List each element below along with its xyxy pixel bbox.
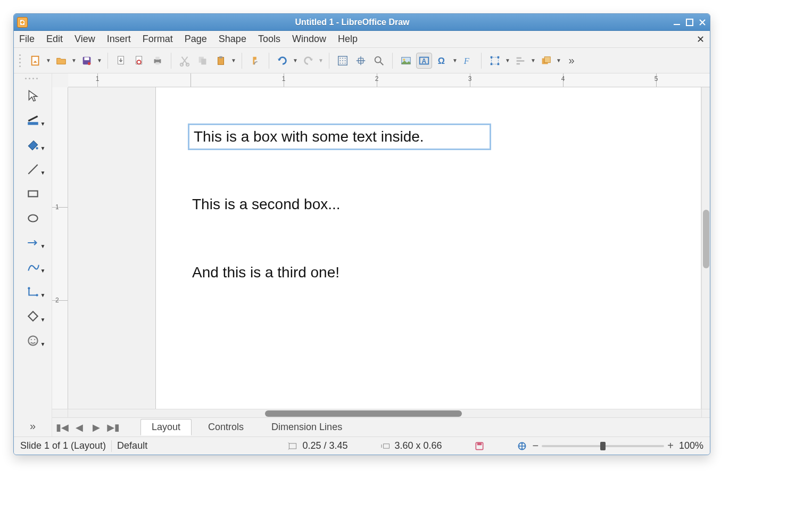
zoom-out-icon[interactable]: − — [533, 440, 539, 452]
fill-color-tool-icon[interactable]: ▼ — [19, 135, 47, 154]
special-character-icon[interactable]: Ω — [434, 53, 450, 69]
insert-image-icon[interactable] — [398, 53, 414, 69]
vertical-ruler[interactable]: 1 2 — [52, 87, 68, 409]
new-document-dropdown[interactable]: ▼ — [46, 57, 51, 63]
menu-window[interactable]: Window — [292, 34, 326, 45]
menu-insert[interactable]: Insert — [107, 34, 131, 45]
left-tool-grip[interactable] — [24, 78, 39, 81]
open-document-dropdown[interactable]: ▼ — [71, 57, 77, 63]
status-position: 0.25 / 3.45 — [287, 440, 347, 451]
save-document-icon[interactable] — [79, 53, 95, 69]
horizontal-ruler[interactable]: ⌐ 1 1 2 3 4 5 — [68, 73, 710, 87]
close-document-icon[interactable]: ✕ — [697, 34, 705, 45]
arrow-tool-icon[interactable]: ▼ — [19, 233, 47, 252]
undo-icon[interactable] — [275, 53, 291, 69]
align-icon[interactable] — [512, 53, 528, 69]
text-box-1[interactable]: This is a box with some text inside. — [188, 123, 491, 150]
transform-icon[interactable] — [487, 53, 503, 69]
status-slide: Slide 1 of 1 (Layout) — [20, 440, 106, 451]
menu-page[interactable]: Page — [185, 34, 207, 45]
status-save-icon[interactable] — [474, 441, 485, 451]
svg-rect-40 — [517, 57, 521, 59]
close-button[interactable] — [698, 18, 707, 27]
zoom-icon[interactable] — [371, 53, 387, 69]
prev-slide-icon[interactable]: ◀ — [73, 422, 85, 433]
new-document-icon[interactable] — [28, 53, 44, 69]
special-character-dropdown[interactable]: ▼ — [452, 57, 458, 63]
redo-dropdown[interactable]: ▼ — [318, 57, 324, 63]
select-tool-icon[interactable] — [19, 86, 47, 105]
connector-tool-icon[interactable]: ▼ — [19, 282, 47, 301]
menu-shape[interactable]: Shape — [219, 34, 246, 45]
text-box-3-text: And this is a third one! — [192, 264, 339, 281]
menu-format[interactable]: Format — [143, 34, 173, 45]
cut-icon[interactable] — [177, 53, 193, 69]
toolbar-grip[interactable] — [19, 53, 22, 68]
menu-tools[interactable]: Tools — [258, 34, 280, 45]
text-box-2[interactable]: This is a second box... — [188, 193, 491, 216]
copy-icon[interactable] — [195, 53, 211, 69]
line-color-tool-icon[interactable]: ▼ — [19, 111, 47, 130]
tab-controls[interactable]: Controls — [197, 419, 255, 435]
save-document-dropdown[interactable]: ▼ — [97, 57, 102, 63]
maximize-button[interactable] — [685, 18, 694, 27]
menu-file[interactable]: File — [19, 34, 35, 45]
zoom-slider[interactable]: − + — [533, 440, 674, 452]
line-tool-icon[interactable]: ▼ — [19, 160, 47, 179]
svg-rect-38 — [491, 63, 493, 65]
svg-point-19 — [340, 57, 341, 59]
export-pdf-icon[interactable] — [131, 53, 147, 69]
zoom-in-icon[interactable]: + — [667, 440, 674, 452]
tab-dimension-lines[interactable]: Dimension Lines — [260, 419, 353, 435]
redo-icon[interactable] — [300, 53, 316, 69]
left-tool-panel: ▼ ▼ ▼ ▼ ▼ ▼ ▼ ▼ » — [14, 73, 52, 437]
undo-dropdown[interactable]: ▼ — [293, 57, 298, 63]
next-slide-icon[interactable]: ▶ — [90, 422, 102, 433]
text-box-icon[interactable]: A — [416, 53, 432, 69]
basic-shapes-tool-icon[interactable]: ▼ — [19, 307, 47, 326]
status-position-value: 0.25 / 3.45 — [302, 440, 347, 451]
position-icon — [287, 441, 298, 451]
arrange-dropdown[interactable]: ▼ — [556, 57, 561, 63]
zoom-value[interactable]: 100% — [679, 440, 703, 451]
svg-rect-15 — [201, 59, 206, 64]
text-box-1-text: This is a box with some text inside. — [194, 128, 424, 145]
symbol-shapes-tool-icon[interactable]: ▼ — [19, 331, 47, 350]
tab-layout[interactable]: Layout — [140, 419, 192, 435]
toolbar-overflow-icon[interactable]: » — [564, 53, 579, 69]
status-size: I 3.60 x 0.66 — [380, 440, 442, 451]
left-tool-overflow-icon[interactable]: » — [30, 420, 36, 432]
transform-dropdown[interactable]: ▼ — [505, 57, 510, 63]
menu-edit[interactable]: Edit — [46, 34, 63, 45]
export-direct-icon[interactable] — [113, 53, 129, 69]
last-slide-icon[interactable]: ▶▮ — [107, 422, 119, 433]
fontwork-icon[interactable]: F — [460, 53, 476, 69]
open-document-icon[interactable] — [53, 53, 69, 69]
align-dropdown[interactable]: ▼ — [531, 57, 536, 63]
clone-formatting-icon[interactable] — [247, 53, 263, 69]
svg-rect-35 — [492, 57, 499, 64]
vertical-scrollbar[interactable] — [701, 87, 710, 409]
fit-page-icon[interactable] — [517, 441, 527, 451]
ellipse-tool-icon[interactable] — [19, 209, 47, 228]
curve-tool-icon[interactable]: ▼ — [19, 258, 47, 277]
menu-view[interactable]: View — [74, 34, 95, 45]
menu-help[interactable]: Help — [338, 34, 358, 45]
first-slide-icon[interactable]: ▮◀ — [56, 422, 68, 433]
svg-rect-36 — [491, 56, 493, 58]
snap-guides-icon[interactable] — [353, 53, 369, 69]
status-master: Default — [117, 440, 147, 451]
svg-rect-58 — [477, 443, 481, 445]
svg-point-51 — [28, 336, 37, 345]
text-box-3[interactable]: And this is a third one! — [188, 261, 491, 284]
arrange-icon[interactable] — [538, 53, 554, 69]
rectangle-tool-icon[interactable] — [19, 184, 47, 203]
paste-dropdown[interactable]: ▼ — [231, 57, 236, 63]
svg-text:Ω: Ω — [438, 56, 445, 65]
horizontal-scrollbar[interactable] — [68, 409, 701, 417]
print-icon[interactable] — [150, 53, 165, 69]
paste-icon[interactable] — [213, 53, 229, 69]
grid-icon[interactable] — [335, 53, 351, 69]
minimize-button[interactable] — [673, 18, 681, 27]
drawing-canvas[interactable]: This is a box with some text inside. Thi… — [68, 87, 701, 409]
